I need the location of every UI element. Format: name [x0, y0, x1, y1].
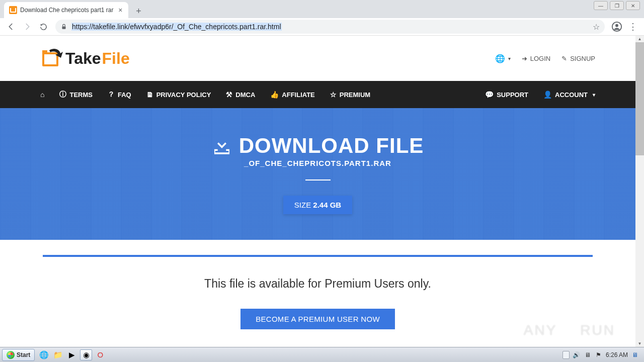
nav-faq-label: FAQ	[118, 91, 131, 99]
browser-tab[interactable]: Download Che chepricots part1 rar ×	[4, 2, 128, 18]
tray-flag-icon[interactable]: ⚑	[595, 351, 603, 359]
logo-text-2: File	[102, 49, 130, 68]
logo-icon	[40, 48, 64, 68]
size-value: 2.44 GB	[313, 201, 341, 209]
nav-privacy[interactable]: 🗎PRIVACY POLICY	[146, 90, 211, 99]
tab-strip: Download Che chepricots part1 rar × + — …	[0, 0, 644, 18]
nav-account-label: ACCOUNT	[555, 91, 588, 99]
taskbar-ie-icon[interactable]: 🌐	[38, 349, 50, 360]
arrow-left-icon	[7, 22, 16, 31]
question-icon: ？	[108, 90, 115, 99]
reload-button[interactable]	[36, 20, 50, 34]
taskbar-chrome-icon[interactable]: ◉	[80, 349, 92, 360]
login-label: LOGIN	[530, 55, 550, 62]
size-label: SIZE	[294, 201, 311, 209]
scrollbar-track[interactable]: ▲ ▼	[635, 36, 644, 347]
tray-expand-icon[interactable]	[562, 351, 570, 359]
site-header: TakeFile 🌐 ▾ ➜ LOGIN ✎ SIGNUP	[0, 36, 635, 81]
star-icon: ☆	[330, 90, 337, 99]
gavel-icon: ⚒	[226, 90, 232, 99]
page-viewport: TakeFile 🌐 ▾ ➜ LOGIN ✎ SIGNUP ⌂	[0, 36, 644, 347]
svg-point-2	[615, 24, 618, 27]
back-button[interactable]	[4, 20, 18, 34]
logo-text-1: Take	[65, 49, 101, 68]
nav-terms-label: TERMS	[69, 91, 93, 99]
hero-divider	[305, 179, 331, 180]
home-icon: ⌂	[40, 90, 44, 99]
nav-faq[interactable]: ？FAQ	[108, 90, 131, 99]
content-area: This file is available for Premium Users…	[0, 240, 635, 347]
nav-support-label: SUPPORT	[497, 91, 528, 99]
chat-icon: 💬	[485, 90, 494, 99]
document-icon: 🗎	[146, 90, 153, 99]
language-selector[interactable]: 🌐 ▾	[495, 54, 511, 63]
premium-message: This file is available for Premium Users…	[53, 277, 583, 291]
tab-close-icon[interactable]: ×	[116, 6, 124, 14]
premium-card: This file is available for Premium Users…	[43, 255, 593, 347]
login-link[interactable]: ➜ LOGIN	[522, 55, 550, 62]
tray-volume-icon[interactable]: 🔊	[573, 351, 581, 359]
bookmark-star-icon[interactable]: ☆	[593, 22, 600, 32]
nav-premium-label: PREMIUM	[340, 91, 370, 99]
scroll-down-icon[interactable]: ▼	[635, 340, 644, 347]
globe-icon: 🌐	[495, 54, 505, 63]
file-size-badge: SIZE 2.44 GB	[283, 196, 352, 214]
scrollbar-thumb[interactable]	[635, 42, 644, 155]
nav-account[interactable]: 👤ACCOUNT▾	[543, 90, 595, 99]
nav-premium[interactable]: ☆PREMIUM	[330, 90, 370, 99]
browser-chrome: Download Che chepricots part1 rar × + — …	[0, 0, 644, 36]
tray-network-icon[interactable]: 🖥	[584, 351, 592, 359]
download-icon	[212, 136, 232, 156]
nav-home[interactable]: ⌂	[40, 90, 44, 99]
caret-down-icon: ▾	[508, 56, 511, 61]
signup-label: SIGNUP	[570, 55, 595, 62]
login-icon: ➜	[522, 55, 527, 62]
tray-monitor-icon[interactable]: 🖥	[631, 351, 639, 359]
hero-filename: _OF_CHE_CHEPRICOTS.PART1.RAR	[244, 159, 391, 167]
nav-dmca[interactable]: ⚒DMCA	[226, 90, 255, 99]
taskbar-clock[interactable]: 6:26 AM	[606, 351, 628, 358]
windows-logo-icon	[7, 351, 15, 359]
user-icon: 👤	[543, 90, 552, 99]
thumbs-up-icon: 👍	[270, 90, 279, 99]
become-premium-button[interactable]: BECOME A PREMIUM USER NOW	[240, 309, 395, 329]
reload-icon	[39, 23, 48, 31]
nav-affiliate[interactable]: 👍AFFILIATE	[270, 90, 314, 99]
info-icon: ⓘ	[59, 90, 66, 99]
start-button[interactable]: Start	[2, 349, 35, 361]
window-minimize-icon[interactable]: —	[594, 1, 608, 10]
nav-support[interactable]: 💬SUPPORT	[485, 90, 528, 99]
signup-icon: ✎	[561, 55, 567, 62]
main-navbar: ⌂ ⓘTERMS ？FAQ 🗎PRIVACY POLICY ⚒DMCA 👍AFF…	[0, 81, 635, 108]
site-logo[interactable]: TakeFile	[40, 48, 130, 68]
nav-terms[interactable]: ⓘTERMS	[59, 90, 93, 99]
forward-button[interactable]	[20, 20, 34, 34]
url-bar[interactable]: https://takefile.link/efwvfxyadp6r/_Of_C…	[55, 20, 605, 34]
nav-privacy-label: PRIVACY POLICY	[156, 91, 211, 99]
taskbar-explorer-icon[interactable]: 📁	[52, 349, 64, 360]
tab-title: Download Che chepricots part1 rar	[20, 7, 113, 14]
nav-affiliate-label: AFFILIATE	[282, 91, 314, 99]
hero-title: DOWNLOAD FILE	[212, 134, 424, 158]
url-text: https://takefile.link/efwvfxyadp6r/_Of_C…	[71, 23, 282, 31]
window-controls: — ❐ ✕	[594, 1, 640, 10]
browser-toolbar: https://takefile.link/efwvfxyadp6r/_Of_C…	[0, 18, 644, 36]
window-close-icon[interactable]: ✕	[626, 1, 640, 10]
system-tray: 🔊 🖥 ⚑ 6:26 AM 🖥	[559, 351, 642, 359]
signup-link[interactable]: ✎ SIGNUP	[561, 55, 595, 62]
nav-dmca-label: DMCA	[235, 91, 255, 99]
profile-icon	[611, 21, 622, 32]
hero-section: DOWNLOAD FILE _OF_CHE_CHEPRICOTS.PART1.R…	[0, 108, 635, 240]
lock-icon	[60, 23, 67, 30]
new-tab-button[interactable]: +	[131, 4, 145, 18]
profile-button[interactable]	[610, 20, 624, 34]
windows-taskbar: Start 🌐 📁 ▶ ◉ O 🔊 🖥 ⚑ 6:26 AM 🖥	[0, 347, 644, 362]
browser-menu-button[interactable]: ⋮	[626, 20, 640, 34]
scroll-up-icon[interactable]: ▲	[635, 36, 644, 42]
arrow-right-icon	[23, 22, 32, 31]
taskbar-opera-icon[interactable]: O	[94, 349, 106, 360]
window-maximize-icon[interactable]: ❐	[610, 1, 624, 10]
hero-title-text: DOWNLOAD FILE	[239, 134, 424, 158]
start-label: Start	[17, 351, 30, 358]
taskbar-media-icon[interactable]: ▶	[66, 349, 78, 360]
